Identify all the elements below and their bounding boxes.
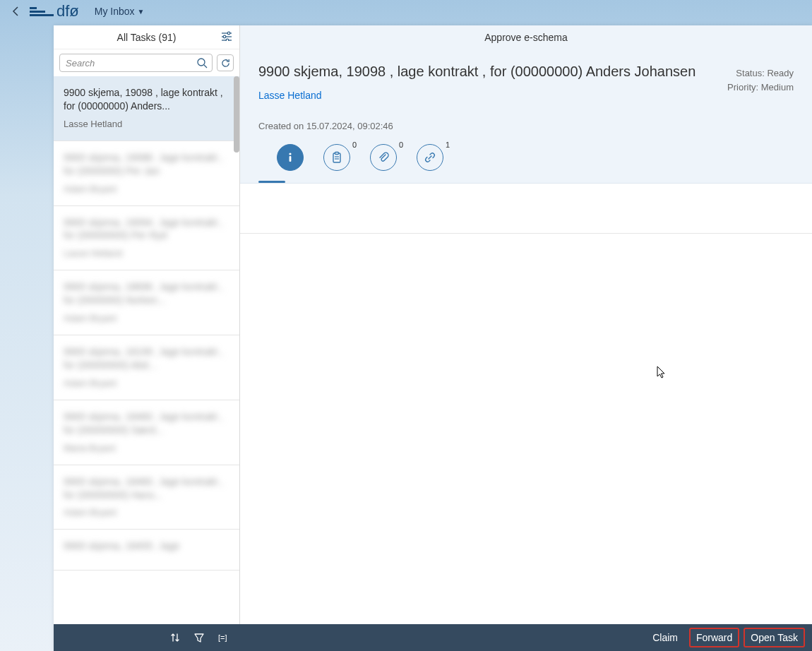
tab-underline: [258, 181, 285, 183]
link-icon: [424, 151, 436, 164]
logo: dfø: [30, 2, 79, 20]
search-row: [54, 49, 239, 76]
detail-panel: Approve e-schema 9900 skjema, 19098 , la…: [240, 25, 812, 651]
search-icon[interactable]: [196, 57, 208, 68]
search-input[interactable]: [60, 58, 212, 68]
task-sender: Adam Bryant: [64, 378, 229, 388]
detail-meta: Status: Ready Priority: Medium: [727, 66, 794, 94]
info-icon: [284, 151, 297, 164]
forward-button[interactable]: Forward: [689, 628, 739, 647]
svg-point-1: [227, 32, 230, 35]
task-item[interactable]: 9900 skjema, 18460 , lage kontrakt , for…: [54, 465, 239, 530]
chevron-left-icon: [12, 6, 19, 16]
notes-badge: 0: [352, 141, 357, 149]
tab-attachments[interactable]: 0: [370, 144, 397, 171]
claim-button[interactable]: Claim: [645, 628, 685, 647]
group-icon: [=]: [217, 632, 230, 643]
task-sender: Lasse Hetland: [64, 248, 229, 258]
task-sender: Lasse Hetland: [64, 119, 229, 129]
master-panel: All Tasks (91): [54, 25, 240, 651]
paperclip-icon: [377, 151, 390, 164]
task-title: 9900 skjema, 18199 , lage kontrakt , for…: [64, 345, 229, 372]
task-item[interactable]: 9900 skjema, 19094 , lage kontrakt , for…: [54, 206, 239, 271]
task-title: 9900 skjema, 19098 , lage kontrakt , for…: [64, 86, 229, 113]
task-title: 9900 skjema, 18460 , lage kontrakt , for…: [64, 475, 229, 502]
attachments-badge: 0: [399, 141, 403, 149]
filter-settings-button[interactable]: [221, 31, 232, 41]
task-item[interactable]: 9900 skjema, 18199 , lage kontrakt , for…: [54, 335, 239, 400]
group-button[interactable]: [=]: [217, 632, 230, 643]
task-item[interactable]: 9900 skjema, 18696 , lage kontrakt , for…: [54, 270, 239, 335]
sliders-icon: [221, 31, 232, 41]
task-sender: Adam Bryant: [64, 507, 229, 518]
chevron-down-icon: ▼: [138, 8, 145, 16]
links-badge: 1: [446, 141, 450, 149]
refresh-icon: [220, 58, 231, 68]
svg-point-6: [198, 59, 205, 66]
detail-info: 9900 skjema, 19098 , lage kontrakt , for…: [240, 49, 812, 177]
filter-icon: [193, 632, 205, 643]
svg-point-3: [223, 35, 226, 38]
task-title: 9900 skjema, 18455 , lage: [64, 539, 229, 553]
detail-top: Approve e-schema 9900 skjema, 19098 , la…: [240, 25, 812, 184]
sender-link[interactable]: Lasse Hetland: [258, 90, 322, 101]
svg-text:[=]: [=]: [218, 633, 227, 642]
open-task-button[interactable]: Open Task: [744, 628, 805, 647]
task-title: 9900 skjema, 18696 , lage kontrakt , for…: [64, 280, 229, 307]
back-button[interactable]: [8, 4, 23, 18]
detail-body: [240, 184, 812, 651]
task-sender: Maria Bryant: [64, 443, 229, 453]
svg-point-8: [289, 153, 291, 155]
refresh-button[interactable]: [217, 54, 234, 71]
task-item[interactable]: 9900 skjema, 19098 , lage kontrakt , for…: [54, 76, 239, 141]
priority-label: Priority: Medium: [727, 80, 794, 95]
tab-links[interactable]: 1: [417, 144, 443, 171]
task-list[interactable]: 9900 skjema, 19098 , lage kontrakt , for…: [54, 76, 239, 651]
app-container: All Tasks (91): [54, 25, 812, 651]
created-on-label: Created on 15.07.2024, 09:02:46: [258, 121, 794, 131]
nav-my-inbox[interactable]: My Inbox ▼: [95, 6, 145, 17]
svg-point-5: [226, 39, 229, 41]
search-field-wrap: [59, 54, 213, 72]
icon-tabs: 0 0 1: [258, 144, 794, 171]
logo-text: dfø: [56, 2, 79, 20]
task-title: 9900 skjema, 18460 , lage kontrakt , for…: [64, 410, 229, 437]
task-title: 9900 skjema, 19094 , lage kontrakt , for…: [64, 216, 229, 243]
task-sender: Adam Bryant: [64, 184, 229, 194]
task-item[interactable]: 9900 skjema, 18460 , lage kontrakt , for…: [54, 400, 239, 465]
task-item[interactable]: 9900 skjema, 19088 , lage kontrakt , for…: [54, 141, 239, 206]
svg-line-7: [204, 65, 207, 68]
svg-rect-9: [289, 156, 292, 162]
status-label: Status: Ready: [727, 66, 794, 80]
sort-button[interactable]: [169, 632, 181, 643]
filter-button[interactable]: [193, 632, 205, 643]
master-title: All Tasks (91): [117, 32, 177, 43]
task-sender: Adam Bryant: [64, 313, 229, 323]
shell-bar: dfø My Inbox ▼: [0, 0, 812, 23]
footer-right: Claim Forward Open Task: [240, 628, 812, 647]
task-title: 9900 skjema, 19088 , lage kontrakt , for…: [64, 151, 229, 178]
tab-info[interactable]: [277, 144, 304, 171]
nav-label: My Inbox: [95, 6, 135, 17]
clipboard-icon: [330, 151, 343, 164]
footer-left: [=]: [54, 632, 240, 643]
master-header: All Tasks (91): [54, 25, 239, 49]
body-divider: [240, 233, 812, 234]
task-item[interactable]: 9900 skjema, 18455 , lage: [54, 530, 239, 571]
detail-header: Approve e-schema: [240, 25, 812, 49]
logo-bars-icon: [30, 7, 54, 16]
tab-notes[interactable]: 0: [323, 144, 350, 171]
detail-title: 9900 skjema, 19098 , lage kontrakt , for…: [258, 64, 794, 80]
sort-icon: [169, 632, 181, 643]
svg-rect-11: [335, 153, 339, 155]
scrollbar-thumb[interactable]: [234, 76, 239, 153]
footer-bar: [=] Claim Forward Open Task: [54, 624, 812, 651]
